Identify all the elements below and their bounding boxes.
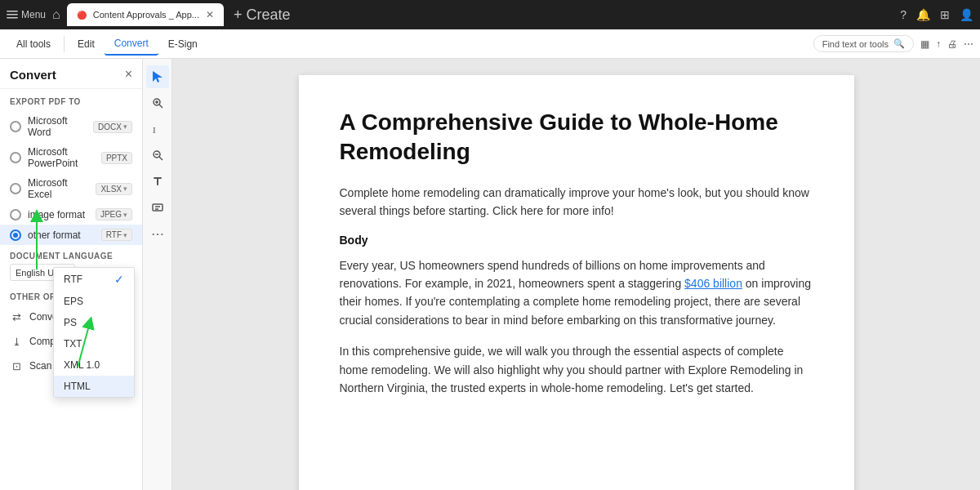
dropdown-ps-label: PS xyxy=(64,317,77,328)
export-section-label: EXPORT PDF TO xyxy=(0,89,142,111)
svg-text:I: I xyxy=(153,125,156,135)
marquee-zoom-button[interactable] xyxy=(146,144,169,167)
search-bar[interactable]: Find text or tools 🔍 xyxy=(813,35,914,52)
image-radio[interactable] xyxy=(10,209,21,220)
dropdown-item-xml[interactable]: XML 1.0 xyxy=(54,354,134,376)
convert-button[interactable]: Convert xyxy=(105,33,158,56)
app-toolbar: All tools Edit Convert E-Sign Find text … xyxy=(0,29,980,59)
export-ppt-option[interactable]: Microsoft PowerPoint PPTX xyxy=(0,142,142,173)
export-excel-option[interactable]: Microsoft Excel XLSX ▾ xyxy=(0,173,142,204)
scan-ocr-icon: ⊡ xyxy=(10,359,23,372)
more-tools-button[interactable]: ⋯ xyxy=(146,222,169,245)
word-format-badge[interactable]: DOCX ▾ xyxy=(93,121,132,133)
word-chevron-icon: ▾ xyxy=(123,122,127,131)
edit-button[interactable]: Edit xyxy=(68,33,105,56)
dropdown-item-ps[interactable]: PS xyxy=(54,312,134,333)
dropdown-txt-label: TXT xyxy=(64,338,82,350)
word-format-text: DOCX xyxy=(98,122,122,131)
pdf-body1-link[interactable]: $406 billion xyxy=(684,277,742,290)
more-icon[interactable]: ⋯ xyxy=(964,38,973,50)
text-tool-button[interactable] xyxy=(146,170,169,193)
dropdown-item-eps[interactable]: EPS xyxy=(54,291,134,312)
toolbar-separator xyxy=(64,36,65,52)
other-radio[interactable] xyxy=(10,229,21,241)
profile-icon[interactable]: 👤 xyxy=(960,8,973,21)
pdf-intro: Complete home remodeling can dramaticall… xyxy=(340,184,813,220)
ocr-button[interactable] xyxy=(146,196,169,219)
text-select-button[interactable]: I xyxy=(146,118,169,140)
convert-panel: Convert × EXPORT PDF TO Microsoft Word D… xyxy=(0,59,143,490)
pdf-body1: Every year, US homeowners spend hundreds… xyxy=(340,256,813,330)
image-chevron-icon: ▾ xyxy=(123,211,127,219)
ppt-radio[interactable] xyxy=(10,152,21,163)
check-icon: ✓ xyxy=(114,273,124,286)
active-tab[interactable]: 🔴 Content Approvals _ App... ✕ xyxy=(67,3,224,26)
svg-rect-13 xyxy=(157,177,158,185)
svg-line-5 xyxy=(159,105,163,108)
all-tools-button[interactable]: All tools xyxy=(7,33,60,56)
other-format-text: RTF xyxy=(106,230,122,239)
esign-button[interactable]: E-Sign xyxy=(158,33,207,56)
home-icon[interactable]: ⌂ xyxy=(52,7,60,22)
word-label: Microsoft Word xyxy=(28,115,87,138)
new-tab-button[interactable]: + Create xyxy=(227,7,297,22)
help-icon[interactable]: ? xyxy=(900,8,906,21)
sidebar-icons: I ⋯ xyxy=(143,59,172,490)
excel-chevron-icon: ▾ xyxy=(123,185,127,193)
image-label: image format xyxy=(28,209,89,220)
panel-close-button[interactable]: × xyxy=(125,67,132,82)
dropdown-eps-label: EPS xyxy=(64,296,83,307)
compress-action-icon: ⤓ xyxy=(10,335,23,348)
doc-lang-label: Document language xyxy=(10,252,132,261)
tab-favicon: 🔴 xyxy=(77,11,87,20)
dropdown-item-txt[interactable]: TXT xyxy=(54,333,134,354)
tab-close-button[interactable]: ✕ xyxy=(206,9,214,20)
panel-title: Convert xyxy=(10,68,56,82)
svg-marker-3 xyxy=(153,71,163,82)
zoom-tool-button[interactable] xyxy=(146,91,169,114)
excel-radio[interactable] xyxy=(10,183,21,194)
export-image-option[interactable]: image format JPEG ▾ xyxy=(0,204,142,225)
search-placeholder: Find text or tools xyxy=(822,39,889,49)
image-format-badge[interactable]: JPEG ▾ xyxy=(96,208,132,220)
print-icon[interactable]: 🖨 xyxy=(947,38,957,50)
notification-icon[interactable]: 🔔 xyxy=(916,8,930,21)
toolbar-right: Find text or tools 🔍 ▦ ↑ 🖨 ⋯ xyxy=(813,35,973,52)
dropdown-item-rtf[interactable]: RTF ✓ xyxy=(54,268,134,291)
excel-format-badge[interactable]: XLSX ▾ xyxy=(96,183,132,195)
ppt-label: Microsoft PowerPoint xyxy=(28,146,95,169)
ppt-format-text: PPTX xyxy=(106,154,127,163)
other-label: other format xyxy=(28,229,95,241)
tab-title: Content Approvals _ App... xyxy=(93,10,199,20)
ppt-format-badge[interactable]: PPTX xyxy=(101,152,132,164)
excel-label: Microsoft Excel xyxy=(28,177,89,200)
image-format-text: JPEG xyxy=(100,210,122,219)
other-format-badge[interactable]: RTF ▾ xyxy=(101,229,132,241)
search-icon: 🔍 xyxy=(893,38,905,49)
main-layout: Convert × EXPORT PDF TO Microsoft Word D… xyxy=(0,59,980,490)
export-word-option[interactable]: Microsoft Word DOCX ▾ xyxy=(0,111,142,142)
excel-format-text: XLSX xyxy=(100,185,122,194)
view-icon[interactable]: ▦ xyxy=(920,38,929,50)
menu-label: Menu xyxy=(21,9,46,20)
word-radio[interactable] xyxy=(10,121,21,132)
cursor-tool-button[interactable] xyxy=(146,65,169,88)
pdf-title: A Comprehensive Guide to Whole-Home Remo… xyxy=(340,108,813,167)
grid-icon[interactable]: ⊞ xyxy=(940,8,950,21)
pdf-page: A Comprehensive Guide to Whole-Home Remo… xyxy=(299,75,854,490)
export-other-option[interactable]: other format RTF ▾ xyxy=(0,225,142,245)
content-area: A Comprehensive Guide to Whole-Home Remo… xyxy=(172,59,980,490)
tab-bar: 🔴 Content Approvals _ App... ✕ + Create xyxy=(67,3,894,26)
dropdown-item-html[interactable]: HTML xyxy=(54,376,134,397)
svg-rect-1 xyxy=(7,14,18,16)
browser-icons: ? 🔔 ⊞ 👤 xyxy=(900,8,973,21)
upload-icon[interactable]: ↑ xyxy=(936,38,941,50)
svg-rect-2 xyxy=(7,17,18,19)
dropdown-html-label: HTML xyxy=(64,381,91,392)
svg-rect-14 xyxy=(153,204,163,211)
svg-line-10 xyxy=(159,157,163,160)
dropdown-xml-label: XML 1.0 xyxy=(64,359,100,371)
menu-button[interactable]: Menu xyxy=(7,9,46,20)
dropdown-rtf-label: RTF xyxy=(64,274,82,285)
other-chevron-icon: ▾ xyxy=(123,231,127,239)
